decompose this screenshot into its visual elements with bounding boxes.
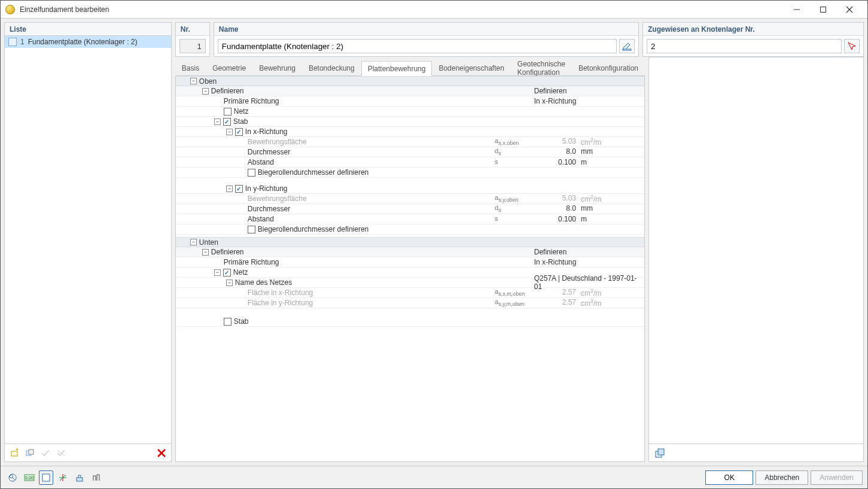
list-panel: Liste 1 Fundamentplatte (Knotenlager : 2… <box>4 22 172 462</box>
pick-node-button[interactable] <box>844 39 860 53</box>
checkbox-stab-oben[interactable] <box>223 118 231 126</box>
name-input[interactable] <box>218 39 617 53</box>
checkbox-biege-y-oben[interactable] <box>248 226 255 233</box>
group-unten[interactable]: −Unten <box>176 237 644 247</box>
row-unten-fx: Fläche in x-Richtung as,x,m,oben2.57cm2/… <box>176 288 644 298</box>
svg-rect-18 <box>42 474 50 481</box>
row-unten-stab[interactable]: Stab <box>176 317 644 327</box>
list-body: 1 Fundamentplatte (Knotenlager : 2) <box>5 36 171 444</box>
tab-betonkonfiguration[interactable]: Betonkonfiguration <box>572 60 645 75</box>
row-unten-definieren[interactable]: −Definieren Definieren <box>176 247 644 257</box>
copy-item-button[interactable] <box>23 446 37 460</box>
group-oben[interactable]: −Oben <box>176 76 644 86</box>
titlebar: Einzelfundament bearbeiten <box>1 1 867 19</box>
svg-rect-22 <box>77 478 83 481</box>
tab-geotechnische[interactable]: Geotechnische Konfiguration <box>511 60 572 75</box>
row-oben-primare[interactable]: Primäre Richtung In x-Richtung <box>176 96 644 107</box>
row-oben-x[interactable]: −In x-Richtung <box>176 127 644 137</box>
checkbox-stab-unten[interactable] <box>224 318 232 326</box>
expander-icon[interactable]: − <box>202 249 209 256</box>
checkbox-netz-unten[interactable] <box>223 269 231 277</box>
assigned-cell: Zugewiesen an Knotenlager Nr. <box>642 22 864 57</box>
expander-icon[interactable]: − <box>202 88 209 95</box>
row-unten-fy: Fläche in y-Richtung as,y,m,oben2.57cm2/… <box>176 298 644 308</box>
svg-rect-1 <box>821 7 826 12</box>
view1-button[interactable] <box>39 470 53 485</box>
svg-rect-12 <box>658 449 664 455</box>
nr-input[interactable] <box>179 39 206 53</box>
cancel-button[interactable]: Abbrechen <box>756 470 808 485</box>
nr-label: Nr. <box>176 23 209 36</box>
units-button[interactable]: 0,00 <box>22 470 36 485</box>
row-oben-y-bflaeche: Bewehrungsfläche as,y,oben5.03cm2/m <box>176 194 644 204</box>
view3-button[interactable] <box>72 470 87 485</box>
row-oben-y-biege[interactable]: Biegerollendurchmesser definieren <box>176 224 644 235</box>
delete-item-button[interactable] <box>154 446 169 460</box>
expander-icon[interactable]: − <box>226 186 233 192</box>
show-3d-button[interactable] <box>653 446 667 460</box>
row-oben-y-abst[interactable]: Abstand s0.100m <box>176 214 644 224</box>
preview-toolbar <box>648 444 864 462</box>
name-cell: Name <box>214 22 639 57</box>
expander-icon[interactable]: − <box>214 269 221 276</box>
list-item-label: Fundamentplatte (Knotenlager : 2) <box>28 38 138 46</box>
tab-betondeckung[interactable]: Betondeckung <box>302 60 361 75</box>
list-item-index: 1 <box>20 38 25 46</box>
row-oben-x-biege[interactable]: Biegerollendurchmesser definieren <box>176 168 644 178</box>
row-unten-primare[interactable]: Primäre Richtung In x-Richtung <box>176 257 644 268</box>
tab-basis[interactable]: Basis <box>175 60 206 75</box>
apply-button[interactable]: Anwenden <box>811 470 863 485</box>
view4-button[interactable] <box>89 470 103 485</box>
list-toolbar <box>5 444 171 461</box>
list-item[interactable]: 1 Fundamentplatte (Knotenlager : 2) <box>5 36 171 48</box>
uncheck-button <box>54 446 68 460</box>
ok-button[interactable]: OK <box>705 470 753 485</box>
row-oben-y-durch[interactable]: Durchmesser ds8.0mm <box>176 204 644 214</box>
row-oben-x-abst[interactable]: Abstand s0.100m <box>176 157 644 168</box>
checkbox-netz-oben[interactable] <box>224 108 232 116</box>
app-icon <box>5 5 15 14</box>
list-header: Liste <box>5 23 171 36</box>
checkbox-x-oben[interactable] <box>235 128 243 136</box>
svg-text:0,00: 0,00 <box>25 476 33 480</box>
edit-name-button[interactable] <box>619 39 635 53</box>
name-label: Name <box>214 23 638 36</box>
row-oben-netz[interactable]: Netz <box>176 107 644 117</box>
tab-bodeneigenschaften[interactable]: Bodeneigenschaften <box>432 60 510 75</box>
row-oben-y[interactable]: −In y-Richtung <box>176 184 644 194</box>
nr-cell: Nr. <box>175 22 210 57</box>
row-unten-netzname[interactable]: −Name des Netzes Q257A | Deutschland - 1… <box>176 278 644 288</box>
row-oben-x-durch[interactable]: Durchmesser ds8.0mm <box>176 147 644 157</box>
row-oben-stab[interactable]: −Stab <box>176 117 644 127</box>
tab-plattenbewehrung[interactable]: Plattenbewehrung <box>361 61 433 76</box>
maximize-button[interactable] <box>810 1 836 18</box>
row-oben-definieren[interactable]: −Definieren Definieren <box>176 86 644 96</box>
tab-geometrie[interactable]: Geometrie <box>206 60 252 75</box>
assigned-label: Zugewiesen an Knotenlager Nr. <box>643 23 863 36</box>
foundation-icon <box>8 38 17 46</box>
expander-icon[interactable]: − <box>190 239 197 245</box>
window-title: Einzelfundament bearbeiten <box>20 5 109 14</box>
assigned-input[interactable] <box>647 39 842 53</box>
svg-rect-6 <box>29 449 33 454</box>
expander-icon[interactable]: − <box>226 280 233 286</box>
tabs: Basis Geometrie Bewehrung Betondeckung P… <box>175 60 645 76</box>
view2-button[interactable] <box>56 470 70 485</box>
expander-icon[interactable]: − <box>214 119 221 125</box>
footer: 0,00 OK Abbrechen Anwenden <box>1 466 867 488</box>
close-button[interactable] <box>836 1 863 18</box>
expander-icon[interactable]: − <box>190 78 197 84</box>
svg-rect-10 <box>623 49 631 50</box>
checkbox-y-oben[interactable] <box>235 185 243 193</box>
new-item-button[interactable] <box>7 446 22 460</box>
check-button <box>38 446 53 460</box>
property-grid: −Oben −Definieren Definieren Primäre Ric… <box>175 76 645 462</box>
help-button[interactable] <box>5 470 20 485</box>
tab-bewehrung[interactable]: Bewehrung <box>252 60 302 75</box>
row-oben-x-bflaeche: Bewehrungsfläche as,x,oben5.03cm2/m <box>176 137 644 147</box>
preview-area <box>648 57 864 444</box>
checkbox-biege-x-oben[interactable] <box>248 169 255 177</box>
expander-icon[interactable]: − <box>226 129 233 135</box>
minimize-button[interactable] <box>784 1 810 18</box>
svg-rect-4 <box>11 451 17 456</box>
